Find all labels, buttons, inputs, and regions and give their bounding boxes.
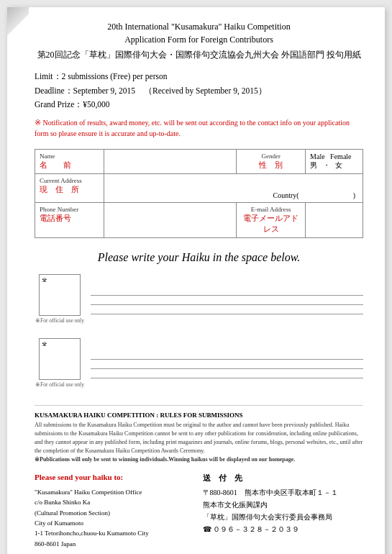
haiku-number-1: ※ (42, 276, 47, 283)
send-section: Please send your haiku to: "Kusamakura" … (35, 471, 363, 549)
haiku-line-1-1 (91, 295, 363, 296)
address-label-cell: Current Address 現 住 所 (35, 174, 104, 203)
female-label-jp: 女 (335, 161, 342, 169)
haiku-box-1: ※ (39, 274, 81, 316)
address-row: Current Address 現 住 所 Country( ) (35, 174, 363, 203)
send-address-line-5: 1-1 Tetorihoncho,chuou-ku Kumamoto City (35, 528, 196, 538)
limit-line1: Limit：2 submissions (Free) per person (35, 70, 363, 84)
header-title: 20th International "Kusamakura" Haiku Co… (35, 20, 363, 46)
header-line2: Application Form for Foreign Contributor… (35, 33, 363, 46)
male-label-en: Male (310, 153, 325, 160)
rules-title: KUSAMAKURA HAIKU COMPETITION : RULES FOR… (35, 412, 363, 419)
name-label-jp: 名 前 (40, 160, 99, 171)
haiku-lines-2[interactable] (91, 338, 363, 380)
send-address-line-3: (Cultural Promotion Section) (35, 508, 196, 518)
notification-text: Notification of results, award money, et… (35, 119, 350, 138)
male-label-jp: 男 (310, 161, 317, 169)
deadline-line: Deadline：September 9, 2015 （Received by … (35, 84, 363, 99)
haiku-number-2: ※ (42, 340, 47, 348)
country-end: ) (353, 191, 355, 199)
name-input-cell[interactable] (104, 150, 237, 174)
send-right: 送 付 先 〒880-8601 熊本市中央区手取本町１－１ 熊本市文化振興課内 … (203, 471, 364, 549)
notification: ※ Notification of results, award money, … (35, 117, 363, 140)
haiku-box-2-container: ※ ※For official use only (35, 338, 85, 388)
name-label-en: Name (40, 153, 99, 160)
haiku-line-1-2 (91, 304, 363, 305)
gender-options-cell: Male Female 男 ・ 女 (306, 150, 363, 174)
haiku-lines-1[interactable] (91, 274, 363, 316)
haiku-line-1-3 (91, 314, 363, 314)
haiku-entry-2: ※ ※For official use only (35, 338, 363, 388)
female-label-en: Female (330, 153, 351, 160)
limit-info: Limit：2 submissions (Free) per person De… (35, 70, 363, 112)
header-japanese: 第20回記念「草枕」国際俳句大会・国際俳句交流協会九州大会 外国語部門 投句用紙 (35, 49, 363, 61)
email-input-cell[interactable] (306, 203, 363, 238)
address-label-en: Current Address (40, 177, 99, 184)
address-label-jp: 現 住 所 (40, 184, 99, 195)
official-use-label-2: ※For official use only (35, 381, 84, 388)
name-label-cell: Name 名 前 (35, 150, 104, 174)
gender-label-jp: 性 別 (241, 160, 301, 171)
phone-email-row: Phone Number 電話番号 E-mail Address 電子メールアド… (35, 203, 363, 238)
rules-section: KUSAMAKURA HAIKU COMPETITION : RULES FOR… (35, 405, 363, 464)
phone-label-cell: Phone Number 電話番号 (35, 203, 104, 238)
email-label-cell: E-mail Address 電子メールアドレス (237, 203, 306, 238)
rules-body-text: All submissions to the Kusamakura Haiku … (35, 422, 363, 454)
email-label-jp: 電子メールアドレス (241, 213, 301, 235)
send-right-title: 送 付 先 (203, 471, 364, 485)
send-left-title: Please send your haiku to: (35, 471, 196, 484)
send-address-line-6: 860-8601 Japan (35, 539, 196, 549)
send-jp-line-2: 熊本市文化振興課内 (203, 499, 364, 511)
prize-line: Grand Prize：¥50,000 (35, 98, 363, 112)
gender-separator: ・ (323, 161, 330, 169)
rules-body: All submissions to the Kusamakura Haiku … (35, 421, 363, 464)
notification-symbol: ※ (35, 118, 41, 127)
send-jp-line-3: 「草枕」国際俳句大会実行委員会事務局 (203, 511, 364, 523)
document-page: 20th International "Kusamakura" Haiku Co… (7, 7, 385, 554)
send-address-line-4: City of Kumamoto (35, 518, 196, 528)
phone-label-jp: 電話番号 (40, 213, 99, 224)
haiku-entry-1: ※ ※For official use only (35, 274, 363, 324)
phone-input-cell[interactable] (104, 203, 237, 238)
haiku-line-2-3 (91, 378, 363, 378)
haiku-line-2-2 (91, 368, 363, 369)
haiku-line-2-1 (91, 359, 363, 360)
send-address-line-2: c/o Bunka Shinko Ka (35, 497, 196, 507)
application-form-table: Name 名 前 Gender 性 別 Male Female 男 ・ (35, 149, 363, 238)
gender-label-en: Gender (241, 153, 301, 160)
haiku-box-2: ※ (39, 338, 81, 380)
send-address-line-1: "Kusamakura" Haiku Competition Office (35, 487, 196, 497)
name-gender-row: Name 名 前 Gender 性 別 Male Female 男 ・ (35, 150, 363, 174)
official-use-label-1: ※For official use only (35, 317, 84, 324)
country-label: Country( (273, 191, 299, 199)
haiku-box-1-container: ※ ※For official use only (35, 274, 85, 324)
header-line1: 20th International "Kusamakura" Haiku Co… (35, 20, 363, 33)
send-jp-line-4: ☎ ０９６－３２８－２０３９ (203, 523, 364, 535)
gender-options-jp: 男 ・ 女 (310, 160, 358, 171)
haiku-section-title: Please write your Haiku in the space bel… (35, 251, 363, 264)
gender-label-cell: Gender 性 別 (237, 150, 306, 174)
send-jp-line-1: 〒880-8601 熊本市中央区手取本町１－１ (203, 486, 364, 499)
phone-label-en: Phone Number (40, 206, 99, 213)
send-left: Please send your haiku to: "Kusamakura" … (35, 471, 196, 549)
rules-bold-text: ※Publications will only be sent to winni… (35, 456, 295, 463)
address-input-cell[interactable]: Country( ) (104, 174, 363, 203)
email-label-en: E-mail Address (241, 206, 301, 213)
gender-options: Male Female (310, 153, 358, 160)
